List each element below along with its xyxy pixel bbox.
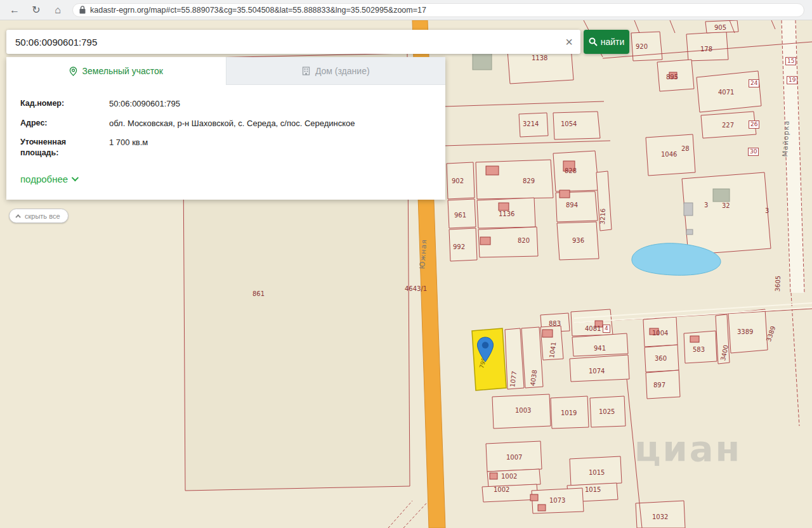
- details-link[interactable]: подробнее: [20, 174, 77, 184]
- field-value: 1 700 кв.м: [109, 137, 431, 158]
- field-label: Адрес:: [20, 118, 109, 129]
- clear-search-icon[interactable]: ×: [558, 30, 580, 54]
- browser-chrome: ← ↻ ⌂ kadastr-egrn.org/map#ct=55.889073&…: [0, 0, 812, 20]
- search-box: ×: [6, 30, 580, 54]
- panel-field-row: Уточненная площадь:1 700 кв.м: [20, 137, 431, 158]
- panel-body: Кад.номер:50:06:0090601:795Адрес:обл. Мо…: [6, 85, 445, 185]
- field-label: Уточненная площадь:: [20, 137, 109, 158]
- map-pin-icon: [476, 337, 494, 364]
- field-label: Кад.номер:: [20, 98, 109, 110]
- details-link-label: подробнее: [20, 174, 68, 184]
- tab-land-parcel[interactable]: Земельный участок: [6, 57, 226, 85]
- tab-building-label: Дом (здание): [315, 66, 370, 76]
- chevron-down-icon: [72, 174, 79, 181]
- home-icon[interactable]: ⌂: [51, 5, 65, 15]
- search-input[interactable]: [6, 30, 558, 54]
- tab-building[interactable]: Дом (здание): [226, 57, 446, 85]
- panel-field-row: Кад.номер:50:06:0090601:795: [20, 98, 431, 110]
- find-button[interactable]: найти: [584, 30, 629, 54]
- tab-land-parcel-label: Земельный участок: [82, 66, 163, 76]
- panel-fields: Кад.номер:50:06:0090601:795Адрес:обл. Мо…: [20, 98, 431, 158]
- panel-tabs: Земельный участок Дом (здание): [6, 57, 445, 85]
- field-value: обл. Московская, р-н Шаховской, с. Серед…: [109, 118, 431, 129]
- address-bar[interactable]: kadastr-egrn.org/map#ct=55.889073&cg=35.…: [72, 3, 804, 17]
- reload-icon[interactable]: ↻: [29, 5, 43, 15]
- chevron-up-icon: [15, 214, 20, 219]
- hide-all-label: скрыть все: [25, 212, 60, 220]
- panel-field-row: Адрес:обл. Московская, р-н Шаховской, с.…: [20, 118, 431, 129]
- land-marker-icon: [69, 67, 77, 76]
- search-icon: [589, 37, 598, 46]
- url-text: kadastr-egrn.org/map#ct=55.889073&cg=35.…: [90, 6, 426, 15]
- field-value: 50:06:0090601:795: [109, 98, 431, 110]
- parcel-info-panel: Земельный участок Дом (здание) Кад.номер…: [6, 57, 445, 200]
- hide-all-button[interactable]: скрыть все: [9, 209, 69, 223]
- find-button-label: найти: [601, 37, 625, 47]
- back-icon[interactable]: ←: [8, 5, 22, 15]
- lock-icon: [79, 6, 86, 14]
- building-icon: [302, 67, 310, 75]
- search-row: × найти: [6, 30, 629, 54]
